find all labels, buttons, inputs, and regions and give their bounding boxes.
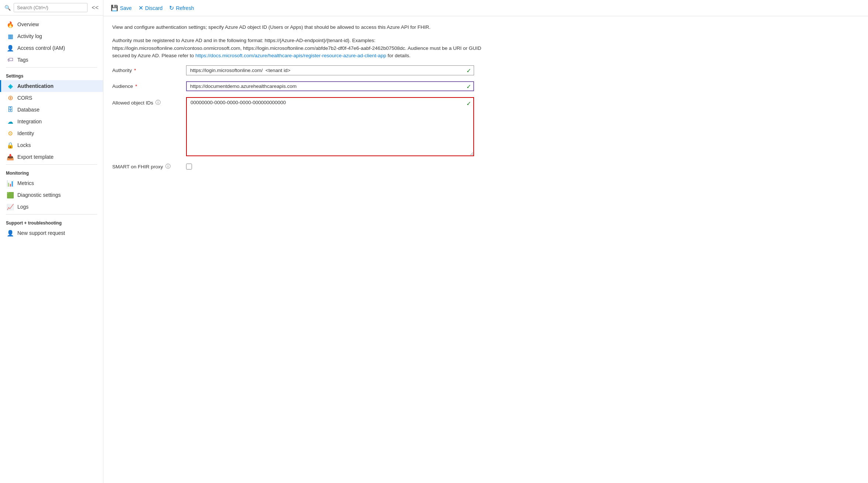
audience-row: Audience * ✓ bbox=[112, 81, 859, 91]
sidebar-item-label: Integration bbox=[17, 119, 42, 124]
sidebar-item-logs[interactable]: 📈 Logs bbox=[0, 201, 103, 213]
sidebar-item-export-template[interactable]: 📥 Export template bbox=[0, 151, 103, 163]
settings-divider bbox=[6, 67, 97, 68]
sidebar-item-label: Overview bbox=[17, 21, 39, 27]
sidebar-item-label: Identity bbox=[17, 130, 34, 136]
smart-proxy-checkbox[interactable] bbox=[186, 164, 192, 169]
sidebar-item-overview[interactable]: 🔥 Overview bbox=[0, 18, 103, 30]
identity-icon: ⚙ bbox=[7, 130, 14, 137]
sidebar-nav: 🔥 Overview ▦ Activity log 👤 Access contr… bbox=[0, 16, 103, 242]
sidebar-item-locks[interactable]: 🔒 Locks bbox=[0, 139, 103, 151]
sidebar-item-label: Database bbox=[17, 107, 40, 113]
sidebar-item-label: New support request bbox=[17, 230, 65, 236]
sidebar-item-tags[interactable]: 🏷 Tags bbox=[0, 54, 103, 66]
sidebar-item-authentication[interactable]: ◈ Authentication bbox=[0, 80, 103, 92]
description-text-part3: for details. bbox=[386, 53, 411, 58]
main-content: 💾 Save ✕ Discard ↻ Refresh View and conf… bbox=[103, 0, 868, 483]
description-line1: View and configure authentication settin… bbox=[112, 24, 500, 31]
allowed-ids-label: Allowed object IDs ⓘ bbox=[112, 97, 186, 106]
support-divider bbox=[6, 214, 97, 215]
content-area: View and configure authentication settin… bbox=[103, 16, 868, 483]
search-input[interactable] bbox=[14, 3, 88, 12]
discard-button[interactable]: ✕ Discard bbox=[137, 3, 168, 13]
sidebar-item-label: Access control (IAM) bbox=[17, 45, 65, 51]
sidebar-item-label: Logs bbox=[17, 204, 28, 210]
monitoring-section-label: Monitoring bbox=[0, 166, 103, 177]
allowed-ids-textarea[interactable]: 00000000-0000-0000-0000-000000000000 bbox=[186, 97, 474, 156]
monitoring-divider bbox=[6, 164, 97, 165]
sidebar-item-activity-log[interactable]: ▦ Activity log bbox=[0, 30, 103, 42]
audience-input-wrap: ✓ bbox=[186, 81, 474, 91]
smart-proxy-row: SMART on FHIR proxy ⓘ bbox=[112, 163, 859, 170]
sidebar-item-diagnostic[interactable]: 🟩 Diagnostic settings bbox=[0, 189, 103, 201]
allowed-ids-check-icon: ✓ bbox=[466, 100, 471, 107]
integration-icon: ☁ bbox=[7, 118, 14, 125]
new-support-icon: 👤 bbox=[7, 230, 14, 236]
sidebar-item-integration[interactable]: ☁ Integration bbox=[0, 116, 103, 127]
collapse-button[interactable]: << bbox=[92, 4, 99, 11]
tags-icon: 🏷 bbox=[7, 56, 14, 63]
sidebar-item-label: Diagnostic settings bbox=[17, 192, 61, 198]
audience-check-icon: ✓ bbox=[466, 83, 471, 90]
support-section-label: Support + troubleshooting bbox=[0, 216, 103, 227]
allowed-ids-info-icon[interactable]: ⓘ bbox=[155, 99, 161, 106]
sidebar-item-label: Export template bbox=[17, 154, 54, 160]
discard-icon: ✕ bbox=[138, 4, 143, 11]
sidebar-item-access-control[interactable]: 👤 Access control (IAM) bbox=[0, 42, 103, 54]
save-icon: 💾 bbox=[111, 4, 118, 11]
audience-input[interactable] bbox=[186, 81, 474, 91]
settings-section-label: Settings bbox=[0, 69, 103, 80]
smart-proxy-label: SMART on FHIR proxy ⓘ bbox=[112, 163, 186, 170]
authority-required-star: * bbox=[134, 68, 136, 73]
sidebar-item-database[interactable]: 🗄 Database bbox=[0, 104, 103, 116]
overview-icon: 🔥 bbox=[7, 21, 14, 28]
database-icon: 🗄 bbox=[7, 106, 14, 113]
sidebar-item-label: Tags bbox=[17, 57, 28, 63]
audience-label: Audience * bbox=[112, 81, 186, 89]
sidebar-item-label: Activity log bbox=[17, 33, 42, 39]
refresh-icon: ↻ bbox=[169, 4, 174, 11]
authority-input[interactable] bbox=[186, 65, 474, 75]
access-control-icon: 👤 bbox=[7, 45, 14, 51]
sidebar-item-label: Locks bbox=[17, 142, 31, 148]
docs-link[interactable]: https://docs.microsoft.com/azure/healthc… bbox=[195, 53, 386, 58]
sidebar-search-area: 🔍 << bbox=[0, 0, 103, 16]
description-line2: Authority must be registered to Azure AD… bbox=[112, 37, 500, 59]
activity-log-icon: ▦ bbox=[7, 33, 14, 40]
metrics-icon: 📊 bbox=[7, 180, 14, 186]
authority-input-wrap: ✓ bbox=[186, 65, 474, 75]
smart-proxy-info-icon[interactable]: ⓘ bbox=[165, 163, 171, 170]
export-template-icon: 📥 bbox=[7, 154, 14, 160]
locks-icon: 🔒 bbox=[7, 142, 14, 148]
authentication-icon: ◈ bbox=[7, 83, 14, 89]
refresh-button[interactable]: ↻ Refresh bbox=[168, 3, 199, 13]
authority-row: Authority * ✓ bbox=[112, 65, 859, 75]
allowed-ids-input-wrap: 00000000-0000-0000-0000-000000000000 ✓ bbox=[186, 97, 474, 157]
cors-icon: ⊕ bbox=[7, 95, 14, 101]
audience-required-star: * bbox=[135, 83, 137, 89]
authentication-form: Authority * ✓ Audience * ✓ bbox=[112, 65, 859, 170]
search-icon: 🔍 bbox=[4, 5, 11, 11]
sidebar-item-label: Authentication bbox=[17, 83, 54, 89]
authority-check-icon: ✓ bbox=[466, 67, 471, 74]
sidebar-item-metrics[interactable]: 📊 Metrics bbox=[0, 177, 103, 189]
toolbar: 💾 Save ✕ Discard ↻ Refresh bbox=[103, 0, 868, 16]
sidebar-item-cors[interactable]: ⊕ CORS bbox=[0, 92, 103, 104]
logs-icon: 📈 bbox=[7, 203, 14, 210]
sidebar-item-identity[interactable]: ⚙ Identity bbox=[0, 127, 103, 139]
sidebar: 🔍 << 🔥 Overview ▦ Activity log 👤 Access … bbox=[0, 0, 103, 483]
authority-label: Authority * bbox=[112, 65, 186, 73]
sidebar-item-new-support[interactable]: 👤 New support request bbox=[0, 227, 103, 239]
diagnostic-icon: 🟩 bbox=[7, 192, 14, 198]
sidebar-item-label: CORS bbox=[17, 95, 32, 101]
save-button[interactable]: 💾 Save bbox=[109, 3, 137, 13]
sidebar-item-label: Metrics bbox=[17, 180, 34, 186]
allowed-ids-row: Allowed object IDs ⓘ 00000000-0000-0000-… bbox=[112, 97, 859, 157]
